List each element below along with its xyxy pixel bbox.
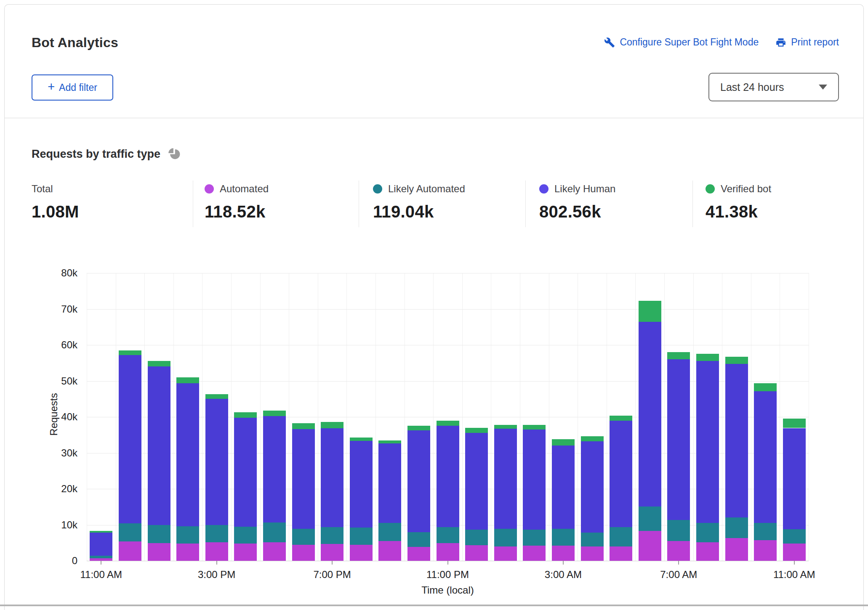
x-tick-label: 3:00 PM [179, 568, 255, 581]
bar-segment-verified_bot [321, 422, 343, 428]
bar-segment-likely_automated [148, 525, 170, 543]
bar-segment-likely_human [119, 355, 141, 523]
bar-segment-verified_bot [696, 354, 719, 361]
bar-segment-likely_automated [581, 533, 604, 546]
chevron-down-icon [819, 85, 827, 90]
x-tick-mark [678, 561, 679, 565]
bar-segment-automated [205, 542, 228, 561]
bar-segment-automated [581, 546, 604, 561]
legend-dot-verified_bot [706, 184, 715, 194]
stat-value: 118.52k [205, 202, 359, 221]
y-tick-label: 10k [36, 519, 77, 531]
bar-segment-likely_automated [321, 527, 343, 544]
bar-segment-verified_bot [783, 419, 806, 428]
x-tick-label: 11:00 AM [756, 568, 832, 581]
bar-segment-verified_bot [639, 301, 661, 322]
bar-segment-verified_bot [465, 428, 488, 433]
bar-segment-likely_automated [90, 556, 112, 558]
bar-segment-likely_human [639, 322, 661, 507]
bar-segment-automated [148, 543, 170, 561]
bar-segment-verified_bot [90, 531, 112, 533]
bar-segment-verified_bot [523, 425, 546, 430]
bar-segment-automated [234, 544, 257, 561]
bar-segment-automated [552, 546, 575, 561]
bar-segment-likely_human [90, 533, 112, 556]
header-links: Configure Super Bot Fight Mode Print rep… [604, 37, 839, 48]
bar-segment-likely_automated [119, 523, 141, 541]
bar-segment-automated [350, 545, 373, 561]
bar-segment-automated [523, 546, 546, 561]
bar-segment-verified_bot [610, 416, 632, 421]
stat-label: Likely Automated [388, 183, 465, 195]
bar-segment-automated [610, 546, 632, 561]
vertical-gridline [809, 273, 809, 561]
bar-segment-automated [725, 538, 748, 561]
bar-segment-likely_automated [176, 526, 199, 544]
y-tick-label: 40k [36, 411, 77, 423]
bar-segment-automated [639, 531, 661, 561]
bar-segment-automated [696, 542, 719, 561]
x-tick-mark [563, 561, 564, 565]
bar-segment-likely_automated [552, 529, 575, 546]
time-range-select[interactable]: Last 24 hours [708, 73, 839, 101]
bar-segment-likely_human [610, 421, 632, 527]
bar-segment-automated [321, 544, 343, 561]
wrench-icon [604, 37, 615, 48]
bar-segment-likely_human [234, 418, 257, 527]
stat-value: 802.56k [539, 202, 692, 221]
bar-segment-verified_bot [725, 357, 748, 364]
pie-chart-icon [168, 148, 181, 161]
bar-segment-likely_automated [696, 523, 719, 542]
bar-segment-automated [407, 547, 430, 561]
x-axis-title: Time (local) [87, 584, 809, 596]
bar-segment-automated [378, 541, 401, 561]
configure-link-label: Configure Super Bot Fight Mode [620, 37, 759, 48]
y-tick-label: 20k [36, 483, 77, 495]
stat-value: 119.04k [373, 202, 525, 221]
bar-segment-automated [292, 545, 315, 561]
stat-label: Automated [220, 183, 269, 195]
bar-segment-likely_automated [407, 532, 430, 547]
time-range-value: Last 24 hours [720, 81, 784, 93]
bar-segment-likely_human [205, 399, 228, 525]
bar-segment-likely_automated [465, 530, 488, 545]
stat-verified_bot: Verified bot41.38k [692, 180, 846, 227]
bar-segment-automated [176, 544, 199, 561]
x-tick-label: 7:00 PM [294, 568, 370, 581]
bar-segment-verified_bot [494, 425, 517, 429]
print-report-link[interactable]: Print report [775, 37, 839, 48]
bar-segment-verified_bot [263, 411, 286, 416]
configure-super-bot-fight-mode-link[interactable]: Configure Super Bot Fight Mode [604, 37, 759, 48]
bar-segment-automated [783, 544, 806, 561]
bar-segment-likely_human [494, 429, 517, 529]
bar-segment-likely_automated [350, 528, 373, 544]
x-tick-mark [216, 561, 217, 565]
bar-segment-automated [437, 543, 459, 561]
bot-analytics-card: Bot Analytics Configure Super Bot Fight … [4, 4, 864, 610]
bar-segment-likely_automated [437, 527, 459, 543]
print-link-label: Print report [791, 37, 839, 48]
x-tick-label: 11:00 AM [63, 568, 139, 581]
bar-segment-likely_automated [292, 529, 315, 545]
bar-segment-verified_bot [234, 412, 257, 418]
bar-segment-likely_human [176, 383, 199, 526]
bar-segment-likely_human [754, 391, 777, 523]
bar-segment-automated [119, 541, 141, 561]
stat-label: Total [32, 183, 53, 195]
bar-segment-likely_human [523, 430, 546, 530]
bar-segment-likely_human [292, 429, 315, 529]
stat-label: Likely Human [554, 183, 615, 195]
bar-segment-likely_automated [754, 523, 777, 540]
add-filter-button[interactable]: + Add filter [32, 74, 113, 101]
bar-segment-automated [263, 542, 286, 561]
bar-segment-verified_bot [350, 438, 373, 441]
bar-segment-likely_human [581, 441, 604, 533]
horizontal-gridline [87, 309, 809, 310]
x-tick-mark [447, 561, 448, 565]
bar-segment-verified_bot [119, 350, 141, 355]
x-tick-label: 3:00 AM [525, 568, 601, 581]
bar-segment-likely_automated [378, 523, 401, 541]
stat-value: 1.08M [32, 202, 193, 221]
bar-segment-likely_human [667, 359, 690, 520]
y-tick-label: 50k [36, 375, 77, 387]
